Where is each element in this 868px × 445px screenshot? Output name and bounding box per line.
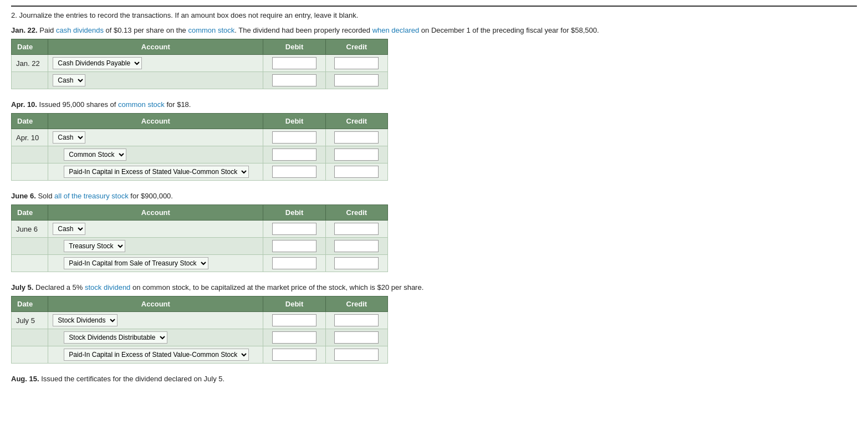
jan22-row1-account: Cash — [48, 72, 263, 89]
jan22-row1-credit-input[interactable] — [334, 74, 379, 86]
june6-row0-credit — [325, 221, 387, 238]
july5-header-debit: Debit — [263, 296, 325, 312]
apr10-row1-debit-input[interactable] — [272, 149, 316, 161]
july5-row2-account-select[interactable]: Paid-In Capital in Excess of Stated Valu… — [64, 349, 249, 361]
june6-row2-account: Paid-In Capital from Sale of Treasury St… — [48, 255, 263, 272]
apr10-description: Apr. 10. Issued 95,000 shares of common … — [11, 100, 857, 109]
june6-row0-debit-input[interactable] — [272, 223, 316, 235]
june6-row2-account-select[interactable]: Paid-In Capital from Sale of Treasury St… — [64, 257, 208, 269]
apr10-header-date: Date — [12, 114, 48, 129]
apr10-row0-debit — [263, 129, 325, 146]
table-row: Stock Dividends Distributable — [12, 329, 388, 346]
apr10-row2-debit-input[interactable] — [272, 166, 316, 178]
june6-header-debit: Debit — [263, 205, 325, 221]
apr10-row1-credit-input[interactable] — [334, 149, 379, 161]
july5-row1-credit-input[interactable] — [334, 331, 379, 344]
june6-row1-account-select[interactable]: Treasury Stock — [64, 240, 125, 252]
jan22-header-date: Date — [12, 39, 48, 55]
june6-header-account: Account — [48, 205, 263, 221]
july5-row2-account: Paid-In Capital in Excess of Stated Valu… — [48, 346, 263, 364]
jan22-row0-account: Cash Dividends Payable — [48, 55, 263, 72]
apr10-row1-account: Common Stock — [48, 146, 263, 163]
table-row: Treasury Stock — [12, 238, 388, 255]
july5-header-credit: Credit — [325, 296, 387, 312]
apr10-row1-account-select[interactable]: Common Stock — [64, 149, 126, 161]
apr10-row0-account-select[interactable]: Cash — [53, 131, 85, 144]
apr10-row1-credit — [325, 146, 387, 163]
july5-row2-date — [12, 346, 48, 364]
july5-row1-date — [12, 329, 48, 346]
aug15-description: Aug. 15. Issued the certificates for the… — [11, 375, 857, 383]
july5-row0-date: July 5 — [12, 312, 48, 329]
july5-row1-debit — [263, 329, 325, 346]
jan22-row0-debit-input[interactable] — [272, 57, 316, 69]
june6-row0-debit — [263, 221, 325, 238]
apr10-row0-debit-input[interactable] — [272, 131, 316, 144]
july5-row1-credit — [325, 329, 387, 346]
june6-row1-credit — [325, 238, 387, 255]
june6-row2-debit — [263, 255, 325, 272]
july5-row2-debit-input[interactable] — [272, 349, 316, 361]
july5-row0-account: Stock Dividends — [48, 312, 263, 329]
june6-row0-account-select[interactable]: Cash — [53, 223, 85, 235]
table-row: Common Stock — [12, 146, 388, 163]
apr10-row2-credit-input[interactable] — [334, 166, 379, 178]
june6-row1-date — [12, 238, 48, 255]
june6-row1-debit-input[interactable] — [272, 240, 316, 252]
table-row: June 6Cash — [12, 221, 388, 238]
apr10-row0-account: Cash — [48, 129, 263, 146]
table-row: Apr. 10Cash — [12, 129, 388, 146]
apr10-table: DateAccountDebitCreditApr. 10CashCommon … — [11, 113, 388, 181]
june6-description: June 6. Sold all of the treasury stock f… — [11, 192, 857, 200]
jan22-row0-debit — [263, 55, 325, 72]
june6-row0-credit-input[interactable] — [334, 223, 379, 235]
apr10-header-account: Account — [48, 114, 263, 129]
june6-row2-date — [12, 255, 48, 272]
june6-row1-account: Treasury Stock — [48, 238, 263, 255]
july5-row0-debit-input[interactable] — [272, 314, 316, 326]
jan22-row1-account-select[interactable]: Cash — [53, 74, 85, 86]
june6-header-date: Date — [12, 205, 48, 221]
july5-row1-account-select[interactable]: Stock Dividends Distributable — [64, 331, 167, 344]
apr10-row0-credit — [325, 129, 387, 146]
jan22-row0-account-select[interactable]: Cash Dividends Payable — [53, 57, 142, 69]
table-row: Paid-In Capital in Excess of Stated Valu… — [12, 163, 388, 181]
jan22-description: Jan. 22. Paid cash dividends of $0.13 pe… — [11, 26, 857, 34]
apr10-row1-debit — [263, 146, 325, 163]
apr10-row0-date: Apr. 10 — [12, 129, 48, 146]
apr10-row2-account-select[interactable]: Paid-In Capital in Excess of Stated Valu… — [64, 166, 249, 178]
june6-row2-debit-input[interactable] — [272, 257, 316, 269]
july5-row0-credit — [325, 312, 387, 329]
jan22-row1-debit-input[interactable] — [272, 74, 316, 86]
july5-row0-account-select[interactable]: Stock Dividends — [53, 314, 118, 326]
apr10-row1-date — [12, 146, 48, 163]
apr10-header-debit: Debit — [263, 114, 325, 129]
apr10-row2-account: Paid-In Capital in Excess of Stated Valu… — [48, 163, 263, 181]
instruction-text: 2. Journalize the entries to record the … — [11, 11, 857, 19]
jan22-header-account: Account — [48, 39, 263, 55]
july5-table: DateAccountDebitCreditJuly 5Stock Divide… — [11, 296, 388, 364]
jan22-table: DateAccountDebitCreditJan. 22Cash Divide… — [11, 39, 388, 89]
table-row: July 5Stock Dividends — [12, 312, 388, 329]
jan22-row0-credit-input[interactable] — [334, 57, 379, 69]
jan22-header-credit: Credit — [325, 39, 387, 55]
july5-row1-debit-input[interactable] — [272, 331, 316, 344]
june6-row2-credit — [325, 255, 387, 272]
july5-header-account: Account — [48, 296, 263, 312]
july5-row0-credit-input[interactable] — [334, 314, 379, 326]
jan22-row1-date — [12, 72, 48, 89]
july5-row2-debit — [263, 346, 325, 364]
july5-header-date: Date — [12, 296, 48, 312]
july5-row1-account: Stock Dividends Distributable — [48, 329, 263, 346]
jan22-row1-debit — [263, 72, 325, 89]
july5-row0-debit — [263, 312, 325, 329]
jan22-row0-date: Jan. 22 — [12, 55, 48, 72]
june6-table: DateAccountDebitCreditJune 6CashTreasury… — [11, 204, 388, 272]
july5-row2-credit-input[interactable] — [334, 349, 379, 361]
apr10-row0-credit-input[interactable] — [334, 131, 379, 144]
jan22-header-debit: Debit — [263, 39, 325, 55]
june6-row1-credit-input[interactable] — [334, 240, 379, 252]
july5-row2-credit — [325, 346, 387, 364]
june6-row0-account: Cash — [48, 221, 263, 238]
june6-row2-credit-input[interactable] — [334, 257, 379, 269]
